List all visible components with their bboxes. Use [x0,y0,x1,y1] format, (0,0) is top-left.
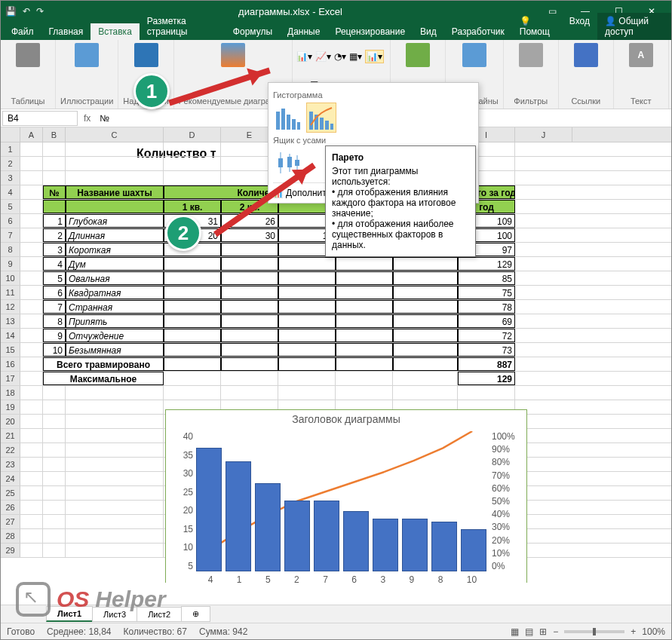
chart-title: Заголовок диаграммы [166,410,526,428]
histogram-option[interactable] [273,103,303,133]
row-header[interactable]: 14 [1,329,20,342]
new-sheet-button[interactable]: ⊕ [181,606,210,622]
watermark-icon [16,582,51,617]
share[interactable]: 👤 Общий доступ [597,13,671,40]
row-header[interactable]: 29 [1,544,20,557]
col-header[interactable]: B [43,127,66,142]
name-box[interactable]: B4 [2,111,78,126]
svg-rect-4 [297,122,300,130]
row-header[interactable]: 17 [1,372,20,385]
status-sum: Сумма: 942 [199,626,247,637]
row-header[interactable]: 3 [1,171,20,185]
row-header[interactable]: 1 [1,142,20,156]
svg-rect-8 [325,121,329,130]
view-layout-icon[interactable]: ▤ [525,626,533,637]
tooltip-body: Этот тип диаграммы используется: • для о… [332,166,456,250]
row-header[interactable]: 12 [1,300,20,314]
tab-review[interactable]: Рецензирование [327,23,413,40]
addins-button[interactable] [124,43,169,67]
row-header[interactable]: 18 [1,386,20,400]
row-header[interactable]: 28 [1,529,20,543]
y-axis: 403530252015105 [170,431,193,571]
row-header[interactable]: 8 [1,243,20,256]
svg-rect-1 [281,109,285,130]
row-header[interactable]: 9 [1,257,20,271]
row-header[interactable]: 26 [1,501,20,514]
popup-section-label: Гистограмма [273,90,474,100]
row-header[interactable]: 6 [1,214,20,228]
recommended-charts-button[interactable] [210,43,256,67]
view-normal-icon[interactable]: ▦ [511,626,519,637]
tab-data[interactable]: Данные [280,23,327,40]
redo-icon[interactable]: ↷ [36,6,44,17]
text-button[interactable]: A [618,43,664,67]
tooltip-title: Парето [332,152,469,163]
x-axis: 41527639810 [196,574,489,583]
col-header[interactable]: D [164,127,221,142]
tab-file[interactable]: Файл [4,23,41,40]
svg-rect-5 [309,112,313,130]
chart-tooltip: Парето Этот тип диаграммы используется: … [325,145,476,257]
tables-button[interactable] [5,43,51,67]
sign-in[interactable]: Вход [562,13,597,40]
illustrations-button[interactable] [64,43,109,67]
tab-home[interactable]: Главная [41,23,91,40]
zoom-out-icon[interactable]: − [553,626,558,637]
tab-view[interactable]: Вид [413,23,444,40]
row-header[interactable]: 24 [1,472,20,485]
col-header[interactable]: J [515,127,572,142]
row-header[interactable]: 19 [1,400,20,414]
embedded-chart[interactable]: Заголовок диаграммы 403530252015105 100%… [165,409,527,583]
view-break-icon[interactable]: ⊞ [539,626,547,637]
zoom-slider[interactable] [564,630,624,633]
tab-developer[interactable]: Разработчик [444,23,512,40]
row-header[interactable]: 22 [1,443,20,457]
zoom-in-icon[interactable]: + [631,626,636,637]
row-header[interactable]: 10 [1,271,20,285]
col-header[interactable]: A [20,127,43,142]
status-ready: Готово [7,626,35,637]
fx-icon[interactable]: fx [79,113,95,124]
column-chart-icon[interactable]: 📊▾ [296,51,312,62]
row-header[interactable]: 25 [1,486,20,500]
3d-map-button[interactable] [395,43,440,67]
y2-axis: 100%90%80%70%60%50%40%30%20%10%0% [492,431,522,571]
undo-icon[interactable]: ↶ [23,6,30,17]
zoom-level[interactable]: 100% [642,626,665,637]
tab-insert[interactable]: Вставка [91,23,140,40]
row-header[interactable]: 23 [1,458,20,471]
filters-button[interactable] [508,43,554,67]
callout-badge-2: 2 [165,215,201,251]
watermark: OSHelper [16,582,166,617]
quick-access-toolbar: 💾 ↶ ↷ [5,6,44,17]
col-header[interactable]: C [66,127,164,142]
row-header[interactable]: 7 [1,228,20,242]
line-chart-icon[interactable]: 📈▾ [315,51,331,62]
tab-formulas[interactable]: Формулы [226,23,280,40]
links-button[interactable] [563,43,609,67]
row-header[interactable]: 2 [1,157,20,170]
pie-chart-icon[interactable]: ◔▾ [334,51,346,62]
row-header[interactable]: 20 [1,415,20,428]
svg-rect-11 [278,158,283,167]
row-header[interactable]: 15 [1,343,20,357]
svg-rect-9 [330,124,333,130]
status-count: Количество: 67 [124,626,187,637]
statistic-chart-icon[interactable]: 📊▾ [365,50,384,63]
hierarchy-chart-icon[interactable]: ▦▾ [349,51,362,62]
row-header[interactable]: 5 [1,200,20,213]
row-header[interactable]: 13 [1,314,20,328]
ribbon-tabs: Файл Главная Вставка Разметка страницы Ф… [1,22,671,40]
svg-rect-13 [287,157,292,167]
row-header[interactable]: 21 [1,429,20,442]
row-header[interactable]: 27 [1,515,20,528]
sparklines-button[interactable] [452,43,497,67]
tell-me[interactable]: 💡 Помощ [512,13,562,40]
row-header[interactable]: 16 [1,357,20,371]
tab-layout[interactable]: Разметка страницы [140,13,226,40]
select-all-corner[interactable] [1,127,20,142]
row-header[interactable]: 11 [1,286,20,299]
row-header[interactable]: 4 [1,185,20,199]
pareto-option[interactable] [306,103,336,133]
save-icon[interactable]: 💾 [5,6,17,17]
